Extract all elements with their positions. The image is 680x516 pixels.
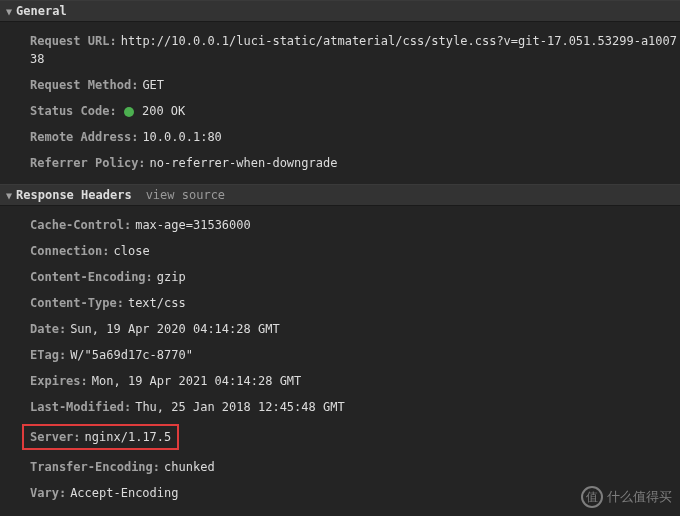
collapse-icon: ▼ — [6, 190, 12, 201]
header-value: GET — [142, 78, 164, 92]
header-value: 200 OK — [142, 104, 185, 118]
header-key: Remote Address: — [30, 130, 138, 144]
response-section-header[interactable]: ▼ Response Headers view source — [0, 184, 680, 206]
response-title: Response Headers — [16, 188, 132, 202]
header-value: http://10.0.0.1/luci-static/atmaterial/c… — [30, 34, 677, 66]
header-row: Cache-Control:max-age=31536000 — [30, 212, 680, 238]
header-row: Request URL:http://10.0.0.1/luci-static/… — [30, 28, 680, 72]
header-row: ETag:W/"5a69d17c-8770" — [30, 342, 680, 368]
header-row: Request Method:GET — [30, 72, 680, 98]
header-key: Status Code: — [30, 104, 117, 118]
header-row: Content-Encoding:gzip — [30, 264, 680, 290]
header-value: chunked — [164, 460, 215, 474]
header-key: Referrer Policy: — [30, 156, 146, 170]
header-row: Date:Sun, 19 Apr 2020 04:14:28 GMT — [30, 316, 680, 342]
header-value: Sun, 19 Apr 2020 04:14:28 GMT — [70, 322, 280, 336]
header-row: Remote Address:10.0.0.1:80 — [30, 124, 680, 150]
header-key: Cache-Control: — [30, 218, 131, 232]
response-list: Cache-Control:max-age=31536000Connection… — [0, 206, 680, 514]
header-row: Connection:close — [30, 238, 680, 264]
header-key: Date: — [30, 322, 66, 336]
header-key: ETag: — [30, 348, 66, 362]
view-source-link[interactable]: view source — [146, 188, 225, 202]
header-value: text/css — [128, 296, 186, 310]
header-key: Vary: — [30, 486, 66, 500]
highlight-box: Server:nginx/1.17.5 — [22, 424, 179, 450]
header-value: Mon, 19 Apr 2021 04:14:28 GMT — [92, 374, 302, 388]
watermark: 值 什么值得买 — [581, 486, 672, 508]
header-key: Server: — [30, 430, 81, 444]
header-value: nginx/1.17.5 — [85, 430, 172, 444]
watermark-text: 什么值得买 — [607, 488, 672, 506]
header-key: Last-Modified: — [30, 400, 131, 414]
header-key: Transfer-Encoding: — [30, 460, 160, 474]
general-title: General — [16, 4, 67, 18]
header-key: Connection: — [30, 244, 109, 258]
header-key: Request Method: — [30, 78, 138, 92]
header-value: max-age=31536000 — [135, 218, 251, 232]
header-row: Status Code: 200 OK — [30, 98, 680, 124]
header-value: close — [113, 244, 149, 258]
header-row: Server:nginx/1.17.5 — [30, 420, 680, 454]
watermark-icon: 值 — [581, 486, 603, 508]
header-key: Expires: — [30, 374, 88, 388]
header-row: Last-Modified:Thu, 25 Jan 2018 12:45:48 … — [30, 394, 680, 420]
header-value: W/"5a69d17c-8770" — [70, 348, 193, 362]
general-section-header[interactable]: ▼ General — [0, 0, 680, 22]
header-value: 10.0.0.1:80 — [142, 130, 221, 144]
collapse-icon: ▼ — [6, 6, 12, 17]
general-list: Request URL:http://10.0.0.1/luci-static/… — [0, 22, 680, 184]
status-dot-icon — [124, 107, 134, 117]
header-row: Content-Type:text/css — [30, 290, 680, 316]
header-value: no-referrer-when-downgrade — [150, 156, 338, 170]
header-key: Request URL: — [30, 34, 117, 48]
header-value: Accept-Encoding — [70, 486, 178, 500]
header-row: Referrer Policy:no-referrer-when-downgra… — [30, 150, 680, 176]
header-row: Transfer-Encoding:chunked — [30, 454, 680, 480]
header-key: Content-Encoding: — [30, 270, 153, 284]
header-value: Thu, 25 Jan 2018 12:45:48 GMT — [135, 400, 345, 414]
header-row: Expires:Mon, 19 Apr 2021 04:14:28 GMT — [30, 368, 680, 394]
header-key: Content-Type: — [30, 296, 124, 310]
header-value: gzip — [157, 270, 186, 284]
